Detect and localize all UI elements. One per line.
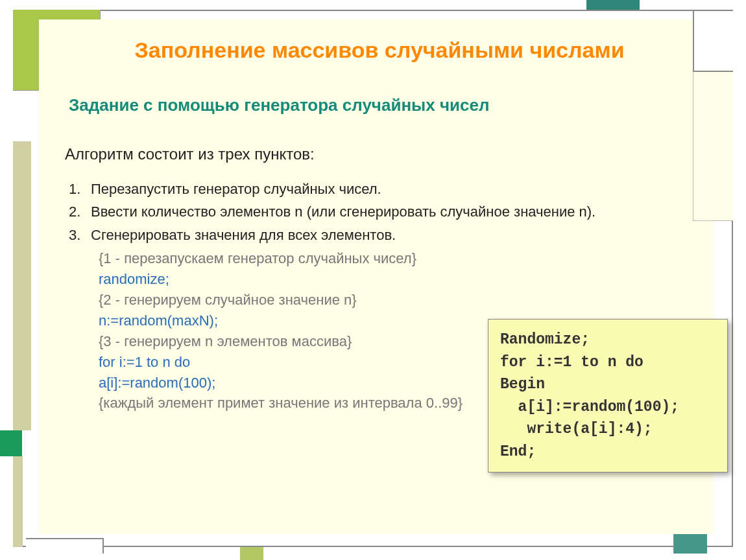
slide-title: Заполнение массивов случайными числами — [65, 36, 694, 64]
list-item: 3. Сгенерировать значения для всех элеме… — [69, 225, 694, 246]
deco-left-olive2 — [13, 456, 23, 547]
code-line: randomize; — [99, 269, 694, 290]
deco-bottom-olive — [240, 547, 263, 560]
deco-right-white — [693, 10, 733, 72]
list-item: 2. Ввести количество элементов n (или сг… — [69, 202, 694, 222]
deco-white-block — [13, 91, 30, 141]
comment-line: {2 - генерируем случайное значение n} — [99, 290, 694, 310]
deco-right-yellow — [693, 72, 733, 221]
code-box: Randomize; for i:=1 to n do Begin a[i]:=… — [488, 319, 728, 472]
intro-text: Алгоритм состоит из трех пунктов: — [65, 145, 694, 163]
deco-left-green — [0, 430, 22, 456]
list-item: 1. Перезапустить генератор случайных чис… — [69, 179, 694, 200]
comment-line: {1 - перезапускаем генератор случайных ч… — [99, 248, 694, 269]
deco-top-teal — [586, 0, 640, 10]
deco-bl-white — [26, 538, 104, 554]
deco-left-olive — [13, 141, 31, 430]
slide-subtitle: Задание с помощью генератора случайных ч… — [69, 95, 694, 115]
